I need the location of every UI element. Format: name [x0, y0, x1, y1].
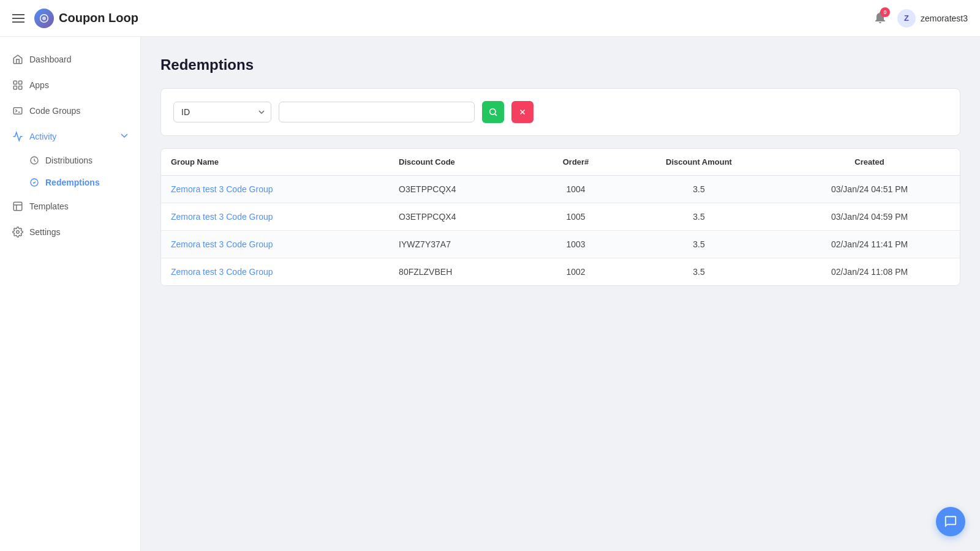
sidebar-item-redemptions[interactable]: Redemptions: [0, 171, 140, 193]
group-name-link[interactable]: Zemora test 3 Code Group: [171, 212, 273, 222]
svg-rect-7: [13, 202, 22, 211]
cell-group-name[interactable]: Zemora test 3 Code Group: [161, 258, 389, 286]
redemptions-icon: [29, 178, 39, 187]
group-name-link[interactable]: Zemora test 3 Code Group: [171, 184, 273, 194]
cell-discount-amount: 3.5: [619, 231, 779, 258]
filter-select[interactable]: ID Discount Code Order# Group Name: [173, 102, 271, 122]
cell-order-number: 1005: [533, 203, 619, 231]
filter-input[interactable]: [279, 102, 475, 122]
app-name: Coupon Loop: [59, 11, 138, 25]
column-created: Created: [779, 149, 960, 176]
group-name-link[interactable]: Zemora test 3 Code Group: [171, 239, 273, 249]
sidebar-item-label: Templates: [29, 201, 69, 211]
sidebar-item-label: Distributions: [45, 156, 92, 165]
redemptions-table: Group Name Discount Code Order# Discount…: [161, 149, 960, 285]
table-row: Zemora test 3 Code Group80FZLZVBEH10023.…: [161, 258, 960, 286]
activity-icon: [12, 131, 23, 142]
table-row: Zemora test 3 Code GroupIYWZ7Y37A710033.…: [161, 231, 960, 258]
sidebar-item-apps[interactable]: Apps: [0, 72, 140, 98]
cell-discount-amount: 3.5: [619, 176, 779, 203]
svg-rect-0: [13, 81, 17, 84]
user-menu[interactable]: Z zemoratest3: [897, 9, 968, 28]
search-button[interactable]: [482, 101, 504, 123]
cell-discount-code: O3ETPPCQX4: [389, 176, 533, 203]
header-right: 0 Z zemoratest3: [873, 9, 968, 28]
cell-discount-code: O3ETPPCQX4: [389, 203, 533, 231]
header-left: Coupon Loop: [12, 9, 138, 28]
sidebar-item-label: Code Groups: [29, 106, 80, 116]
sidebar-item-label: Activity: [29, 132, 56, 141]
cell-created: 02/Jan/24 11:41 PM: [779, 231, 960, 258]
search-icon: [488, 107, 498, 117]
notification-button[interactable]: 0: [873, 10, 888, 27]
svg-point-8: [17, 231, 20, 234]
sidebar-item-label: Apps: [29, 80, 49, 90]
filter-bar: ID Discount Code Order# Group Name: [160, 88, 960, 136]
cell-discount-amount: 3.5: [619, 258, 779, 286]
code-groups-icon: [12, 105, 23, 116]
sidebar-item-label: Redemptions: [45, 178, 100, 187]
main-content: Redemptions ID Discount Code Order# Grou…: [141, 37, 980, 551]
table-row: Zemora test 3 Code GroupO3ETPPCQX410043.…: [161, 176, 960, 203]
svg-rect-2: [13, 86, 17, 89]
sidebar-item-distributions[interactable]: Distributions: [0, 149, 140, 171]
sidebar-item-settings[interactable]: Settings: [0, 219, 140, 245]
cell-group-name[interactable]: Zemora test 3 Code Group: [161, 231, 389, 258]
cell-order-number: 1003: [533, 231, 619, 258]
cell-group-name[interactable]: Zemora test 3 Code Group: [161, 176, 389, 203]
column-order-number: Order#: [533, 149, 619, 176]
svg-rect-4: [13, 108, 22, 114]
column-discount-amount: Discount Amount: [619, 149, 779, 176]
main-layout: Dashboard Apps Code Groups: [0, 0, 980, 551]
cell-discount-code: 80FZLZVBEH: [389, 258, 533, 286]
hamburger-menu-button[interactable]: [12, 14, 24, 23]
sidebar-item-code-groups[interactable]: Code Groups: [0, 98, 140, 124]
cell-created: 02/Jan/24 11:08 PM: [779, 258, 960, 286]
templates-icon: [12, 201, 23, 212]
svg-point-9: [490, 109, 496, 114]
sidebar-item-activity[interactable]: Activity: [0, 124, 140, 149]
close-icon: [518, 108, 527, 116]
sidebar: Dashboard Apps Code Groups: [0, 37, 141, 551]
notification-badge: 0: [880, 7, 890, 17]
chevron-down-icon: [121, 132, 128, 141]
cell-discount-code: IYWZ7Y37A7: [389, 231, 533, 258]
username-label: zemoratest3: [921, 13, 968, 23]
cell-discount-amount: 3.5: [619, 203, 779, 231]
loop-icon: [34, 9, 54, 28]
sidebar-item-label: Settings: [29, 227, 61, 237]
distributions-icon: [29, 156, 39, 165]
svg-rect-3: [19, 86, 22, 89]
avatar: Z: [897, 9, 916, 28]
logo-area: Coupon Loop: [34, 9, 138, 28]
chat-icon: [944, 515, 957, 528]
clear-button[interactable]: [511, 101, 533, 123]
column-discount-code: Discount Code: [389, 149, 533, 176]
cell-group-name[interactable]: Zemora test 3 Code Group: [161, 203, 389, 231]
column-group-name: Group Name: [161, 149, 389, 176]
redemptions-table-container: Group Name Discount Code Order# Discount…: [160, 148, 960, 286]
cell-order-number: 1004: [533, 176, 619, 203]
group-name-link[interactable]: Zemora test 3 Code Group: [171, 267, 273, 277]
table-header-row: Group Name Discount Code Order# Discount…: [161, 149, 960, 176]
page-title: Redemptions: [160, 56, 960, 73]
cell-created: 03/Jan/24 04:59 PM: [779, 203, 960, 231]
sidebar-item-dashboard[interactable]: Dashboard: [0, 47, 140, 72]
app-header: Coupon Loop 0 Z zemoratest3: [0, 0, 980, 37]
chat-button[interactable]: [936, 507, 965, 536]
apps-icon: [12, 80, 23, 91]
sidebar-item-templates[interactable]: Templates: [0, 193, 140, 219]
settings-icon: [12, 227, 23, 238]
cell-created: 03/Jan/24 04:51 PM: [779, 176, 960, 203]
cell-order-number: 1002: [533, 258, 619, 286]
home-icon: [12, 54, 23, 65]
svg-rect-1: [19, 81, 22, 84]
sidebar-item-label: Dashboard: [29, 54, 72, 64]
table-row: Zemora test 3 Code GroupO3ETPPCQX410053.…: [161, 203, 960, 231]
